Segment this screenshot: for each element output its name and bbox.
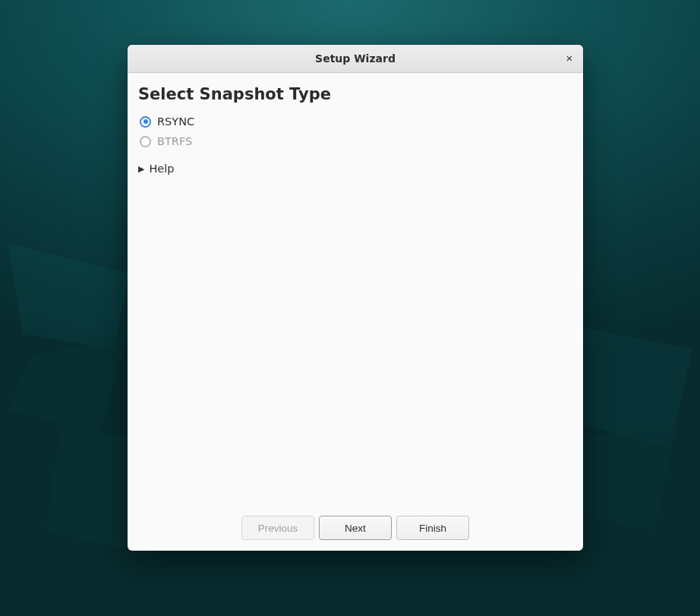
setup-wizard-dialog: Setup Wizard × Select Snapshot Type RSYN… — [128, 45, 583, 551]
svg-marker-0 — [8, 243, 129, 349]
radio-indicator-icon — [140, 136, 151, 147]
radio-option-btrfs: BTRFS — [140, 135, 572, 147]
window-title: Setup Wizard — [315, 52, 396, 65]
help-expander[interactable]: ▶ Help — [138, 163, 572, 175]
radio-option-rsync[interactable]: RSYNC — [140, 115, 572, 128]
chevron-right-icon: ▶ — [138, 165, 144, 173]
page-heading: Select Snapshot Type — [138, 85, 572, 103]
help-label: Help — [149, 163, 174, 175]
radio-label: BTRFS — [157, 135, 192, 147]
svg-marker-4 — [0, 23, 106, 122]
previous-button: Previous — [241, 516, 314, 540]
radio-indicator-icon — [140, 116, 151, 128]
snapshot-type-radio-group: RSYNC BTRFS — [140, 115, 572, 147]
radio-label: RSYNC — [157, 115, 194, 128]
wizard-button-bar: Previous Next Finish — [138, 508, 572, 551]
spacer — [138, 175, 572, 508]
dialog-content: Select Snapshot Type RSYNC BTRFS ▶ Help … — [128, 73, 583, 551]
close-button[interactable]: × — [560, 49, 579, 68]
background-shard — [0, 23, 121, 175]
titlebar[interactable]: Setup Wizard × — [128, 45, 583, 73]
svg-marker-1 — [8, 334, 129, 433]
next-button[interactable]: Next — [319, 516, 392, 540]
finish-button[interactable]: Finish — [396, 516, 469, 540]
desktop-background: Setup Wizard × Select Snapshot Type RSYN… — [0, 0, 700, 616]
